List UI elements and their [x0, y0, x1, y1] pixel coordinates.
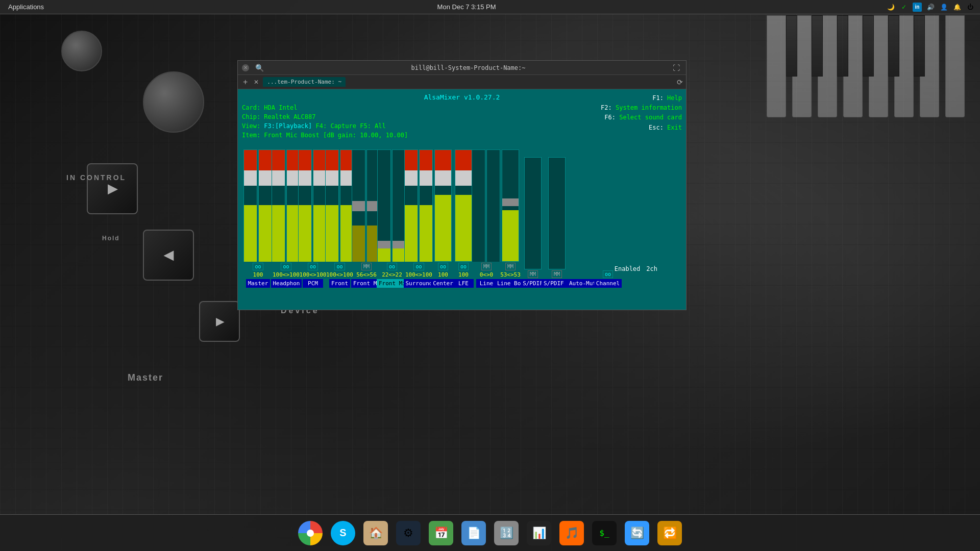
front-mic2-badge: oo — [387, 263, 397, 270]
surround-value: 100<>100 — [405, 271, 432, 278]
master-badge: oo — [253, 263, 263, 270]
center-badge: oo — [438, 263, 448, 270]
tray-linkedin-icon[interactable]: in — [913, 3, 922, 12]
front-mic-value: 56<>56 — [356, 271, 377, 278]
dock-skype[interactable]: S — [329, 519, 357, 547]
dock-calendar[interactable]: 📅 — [427, 519, 455, 547]
terminal-tab[interactable]: ...tem-Product-Name: ~ — [263, 77, 346, 87]
alsamixer-shortcuts: F1: Help F2: System information F6: Sele… — [601, 93, 682, 133]
channel-master[interactable]: oo 100 Master — [244, 149, 272, 288]
taskbar-right: 🌙 ✓ in 🔊 👤 🔔 ⏻ — [886, 3, 975, 12]
front-badge: oo — [334, 263, 345, 270]
tray-moon-icon[interactable]: 🌙 — [886, 3, 895, 12]
surround-badge: oo — [413, 263, 424, 270]
lfe-label: LFE — [453, 279, 474, 288]
master-value: 100 — [253, 271, 263, 278]
headphone-badge: oo — [281, 263, 291, 270]
spdif-badge: MM — [528, 270, 538, 278]
channel-center[interactable]: oo 100 Center — [433, 149, 453, 288]
tab-label: ...tem-Product-Name: ~ — [267, 79, 341, 85]
pcm-label: PCM — [303, 279, 323, 288]
lfe-badge: oo — [458, 263, 469, 270]
channel-line[interactable]: MM 0<>0 Line — [474, 149, 499, 288]
dock: S 🏠 ⚙ 📅 📄 🔢 📊 🎵 — [0, 514, 980, 551]
channel-lfe[interactable]: oo 100 LFE — [453, 149, 474, 288]
alsamixer-content: AlsaMixer v1.0.27.2 Card: HDA Intel Chip… — [238, 89, 686, 310]
dock-steam[interactable]: ⚙ — [394, 519, 423, 547]
taskbar-center: Mon Dec 7 3:15 PM — [437, 3, 496, 11]
dock-notes[interactable]: 📄 — [459, 519, 488, 547]
terminal-search-icon[interactable]: 🔍 — [253, 63, 266, 73]
channel-front-mic2[interactable]: oo 22<>22 Front Mi — [379, 149, 405, 288]
terminal-titlebar: ✕ 🔍 bill@bill-System-Product-Name:~ ⛶ — [238, 61, 686, 75]
spdif-d-badge: MM — [552, 270, 562, 278]
line-boost-badge: MM — [505, 263, 516, 270]
tab-add-button[interactable]: + — [241, 78, 250, 87]
channel-spdif[interactable]: MM S/PDIF — [522, 157, 544, 288]
center-label: Center — [431, 279, 455, 288]
applications-menu[interactable]: Applications — [5, 2, 47, 12]
lfe-value: 100 — [458, 271, 469, 278]
channel-front[interactable]: oo 100<>100 Front — [326, 149, 354, 288]
channel-surround[interactable]: oo 100<>100 Surround — [405, 149, 433, 288]
line-boost-value: 53<>53 — [500, 271, 521, 278]
front-mic-badge: MM — [361, 263, 372, 270]
master-label: Master — [246, 279, 271, 288]
headphone-value: 100<>100 — [273, 271, 300, 278]
tray-check-icon[interactable]: ✓ — [899, 3, 909, 12]
center-value: 100 — [438, 271, 448, 278]
terminal-tab-bar: + ✕ ...tem-Product-Name: ~ ⟳ — [238, 75, 686, 89]
front-mic2-value: 22<>22 — [382, 271, 402, 278]
channel-front-mic[interactable]: MM 56<>56 Front Mi — [354, 149, 379, 288]
terminal-title-text: bill@bill-System-Product-Name:~ — [270, 64, 667, 71]
headphone-label: Headphon — [271, 279, 302, 288]
channel-spdif-d[interactable]: MM S/PDIF D — [544, 157, 570, 288]
line-label: Line — [476, 279, 497, 288]
dock-calculator[interactable]: 🔢 — [492, 519, 521, 547]
mixer-area: oo 100 Master — [242, 145, 682, 288]
taskbar: Applications Mon Dec 7 3:15 PM 🌙 ✓ in 🔊 … — [0, 0, 980, 14]
tab-close-button[interactable]: ✕ — [252, 79, 261, 86]
front-value: 100<>100 — [326, 271, 353, 278]
tray-notify-icon[interactable]: 🔔 — [952, 3, 962, 12]
taskbar-left: Applications — [5, 2, 47, 12]
terminal-window: ✕ 🔍 bill@bill-System-Product-Name:~ ⛶ + … — [237, 60, 687, 310]
taskbar-datetime: Mon Dec 7 3:15 PM — [437, 3, 496, 11]
dock-files[interactable]: 🏠 — [361, 519, 390, 547]
channel-pcm[interactable]: oo 100<>100 PCM — [300, 149, 326, 288]
dock-toggle[interactable]: 🔄 — [623, 519, 651, 547]
front-label: Front — [329, 279, 350, 288]
ch-label: 2ch — [646, 265, 657, 272]
pcm-badge: oo — [308, 263, 318, 270]
enabled-label: Enabled — [615, 265, 641, 272]
line-value: 0<>0 — [480, 271, 494, 278]
dock-music[interactable]: 🎵 — [557, 519, 586, 547]
channel-line-boost[interactable]: MM 53<>53 Line Boo — [499, 149, 522, 288]
dock-sync[interactable]: 🔁 — [655, 519, 684, 547]
auto-mute-label: Auto-Mut — [567, 279, 598, 288]
channel-auto-mute[interactable]: Auto-Mut — [570, 166, 595, 288]
terminal-maximize-icon[interactable]: ⛶ — [671, 63, 682, 73]
terminal-close-button[interactable]: ✕ — [242, 64, 249, 71]
front-mic2-label: Front Mi — [377, 279, 407, 288]
channel-badge: oo — [603, 270, 613, 278]
dock-terminal[interactable]: $_ — [590, 519, 619, 547]
tray-power-icon[interactable]: ⏻ — [966, 3, 975, 12]
tray-user-icon[interactable]: 👤 — [939, 3, 948, 12]
channel-headphone[interactable]: oo 100<>100 Headphon — [272, 149, 300, 288]
tab-history-button[interactable]: ⟳ — [677, 78, 683, 86]
tray-volume-icon[interactable]: 🔊 — [926, 3, 935, 12]
dock-monitor[interactable]: 📊 — [525, 519, 553, 547]
surround-label: Surround — [404, 279, 434, 288]
pcm-value: 100<>100 — [300, 271, 327, 278]
channel-label: Channel — [594, 279, 622, 288]
line-badge: MM — [481, 263, 492, 270]
dock-chrome[interactable] — [296, 519, 325, 547]
